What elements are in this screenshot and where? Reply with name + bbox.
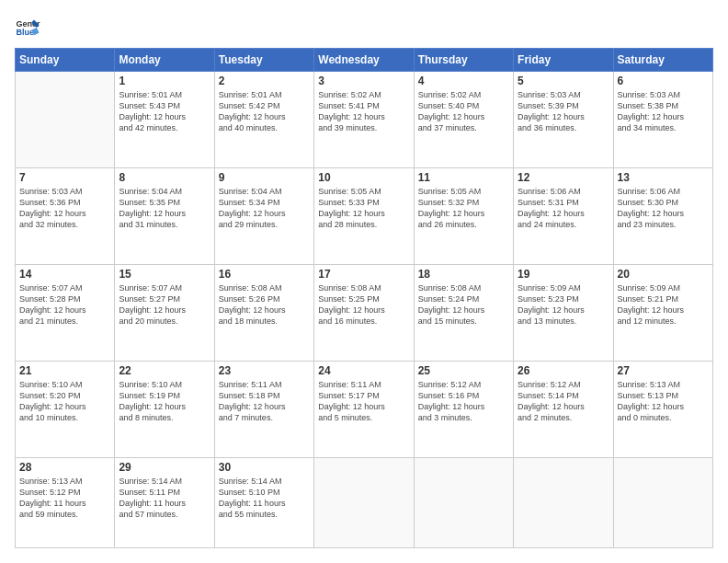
day-info: Sunrise: 5:06 AMSunset: 5:30 PMDaylight:… <box>618 186 709 231</box>
day-info: Sunrise: 5:06 AMSunset: 5:31 PMDaylight:… <box>518 186 609 231</box>
calendar-cell <box>514 457 613 547</box>
weekday-header-friday: Friday <box>514 49 613 72</box>
day-number: 26 <box>518 364 609 377</box>
day-info: Sunrise: 5:04 AMSunset: 5:35 PMDaylight:… <box>119 186 210 231</box>
calendar-week-3: 21Sunrise: 5:10 AMSunset: 5:20 PMDayligh… <box>16 361 713 457</box>
weekday-header-thursday: Thursday <box>414 49 513 72</box>
calendar-cell: 3Sunrise: 5:02 AMSunset: 5:41 PMDaylight… <box>314 72 414 168</box>
day-info: Sunrise: 5:13 AMSunset: 5:13 PMDaylight:… <box>618 379 709 424</box>
calendar-cell: 30Sunrise: 5:14 AMSunset: 5:10 PMDayligh… <box>214 457 313 547</box>
day-number: 23 <box>219 364 310 377</box>
day-info: Sunrise: 5:01 AMSunset: 5:42 PMDaylight:… <box>219 89 310 134</box>
day-number: 25 <box>418 364 509 377</box>
day-number: 12 <box>518 171 609 184</box>
svg-text:Blue: Blue <box>16 28 34 37</box>
day-number: 19 <box>518 268 609 281</box>
day-info: Sunrise: 5:05 AMSunset: 5:32 PMDaylight:… <box>418 186 509 231</box>
day-info: Sunrise: 5:08 AMSunset: 5:24 PMDaylight:… <box>418 282 509 327</box>
day-info: Sunrise: 5:10 AMSunset: 5:20 PMDaylight:… <box>19 379 110 424</box>
logo-icon: General Blue <box>15 15 40 40</box>
weekday-header-saturday: Saturday <box>613 49 712 72</box>
day-info: Sunrise: 5:13 AMSunset: 5:12 PMDaylight:… <box>19 476 110 521</box>
day-number: 30 <box>219 461 310 474</box>
calendar-cell: 22Sunrise: 5:10 AMSunset: 5:19 PMDayligh… <box>115 361 214 457</box>
day-info: Sunrise: 5:08 AMSunset: 5:26 PMDaylight:… <box>219 282 310 327</box>
day-info: Sunrise: 5:12 AMSunset: 5:14 PMDaylight:… <box>518 379 609 424</box>
calendar-week-0: 1Sunrise: 5:01 AMSunset: 5:43 PMDaylight… <box>16 72 713 168</box>
day-info: Sunrise: 5:04 AMSunset: 5:34 PMDaylight:… <box>219 186 310 231</box>
day-number: 27 <box>618 364 709 377</box>
day-info: Sunrise: 5:14 AMSunset: 5:11 PMDaylight:… <box>119 476 210 521</box>
calendar-cell: 21Sunrise: 5:10 AMSunset: 5:20 PMDayligh… <box>16 361 115 457</box>
day-number: 28 <box>19 461 110 474</box>
page-header: General Blue <box>15 15 713 40</box>
day-info: Sunrise: 5:03 AMSunset: 5:38 PMDaylight:… <box>618 89 709 134</box>
day-number: 3 <box>318 75 409 87</box>
calendar-cell: 11Sunrise: 5:05 AMSunset: 5:32 PMDayligh… <box>414 167 513 264</box>
day-number: 15 <box>119 268 210 281</box>
day-number: 24 <box>318 364 409 377</box>
day-info: Sunrise: 5:09 AMSunset: 5:23 PMDaylight:… <box>518 282 609 327</box>
calendar-cell: 14Sunrise: 5:07 AMSunset: 5:28 PMDayligh… <box>16 264 115 361</box>
calendar-cell <box>314 457 414 547</box>
calendar-cell: 15Sunrise: 5:07 AMSunset: 5:27 PMDayligh… <box>115 264 214 361</box>
day-info: Sunrise: 5:02 AMSunset: 5:41 PMDaylight:… <box>318 89 409 134</box>
calendar-week-4: 28Sunrise: 5:13 AMSunset: 5:12 PMDayligh… <box>16 457 713 547</box>
day-number: 2 <box>219 75 310 87</box>
day-info: Sunrise: 5:11 AMSunset: 5:18 PMDaylight:… <box>219 379 310 424</box>
calendar-cell: 10Sunrise: 5:05 AMSunset: 5:33 PMDayligh… <box>314 167 414 264</box>
calendar-cell: 25Sunrise: 5:12 AMSunset: 5:16 PMDayligh… <box>414 361 513 457</box>
calendar-cell: 13Sunrise: 5:06 AMSunset: 5:30 PMDayligh… <box>613 167 712 264</box>
day-number: 1 <box>119 75 210 87</box>
day-number: 7 <box>19 171 110 184</box>
calendar-cell: 2Sunrise: 5:01 AMSunset: 5:42 PMDaylight… <box>214 72 313 168</box>
calendar-cell: 17Sunrise: 5:08 AMSunset: 5:25 PMDayligh… <box>314 264 414 361</box>
day-info: Sunrise: 5:05 AMSunset: 5:33 PMDaylight:… <box>318 186 409 231</box>
calendar-cell <box>16 72 115 168</box>
day-number: 9 <box>219 171 310 184</box>
weekday-header-tuesday: Tuesday <box>214 49 313 72</box>
calendar-week-1: 7Sunrise: 5:03 AMSunset: 5:36 PMDaylight… <box>16 167 713 264</box>
weekday-header-monday: Monday <box>115 49 214 72</box>
calendar-cell: 16Sunrise: 5:08 AMSunset: 5:26 PMDayligh… <box>214 264 313 361</box>
calendar-cell: 18Sunrise: 5:08 AMSunset: 5:24 PMDayligh… <box>414 264 513 361</box>
day-info: Sunrise: 5:11 AMSunset: 5:17 PMDaylight:… <box>318 379 409 424</box>
day-number: 20 <box>618 268 709 281</box>
calendar-cell: 8Sunrise: 5:04 AMSunset: 5:35 PMDaylight… <box>115 167 214 264</box>
calendar-cell: 27Sunrise: 5:13 AMSunset: 5:13 PMDayligh… <box>613 361 712 457</box>
day-number: 29 <box>119 461 210 474</box>
calendar-cell: 24Sunrise: 5:11 AMSunset: 5:17 PMDayligh… <box>314 361 414 457</box>
day-number: 6 <box>618 75 709 87</box>
day-info: Sunrise: 5:14 AMSunset: 5:10 PMDaylight:… <box>219 476 310 521</box>
day-info: Sunrise: 5:09 AMSunset: 5:21 PMDaylight:… <box>618 282 709 327</box>
day-info: Sunrise: 5:10 AMSunset: 5:19 PMDaylight:… <box>119 379 210 424</box>
calendar-cell: 23Sunrise: 5:11 AMSunset: 5:18 PMDayligh… <box>214 361 313 457</box>
calendar-cell: 1Sunrise: 5:01 AMSunset: 5:43 PMDaylight… <box>115 72 214 168</box>
calendar-cell: 29Sunrise: 5:14 AMSunset: 5:11 PMDayligh… <box>115 457 214 547</box>
calendar-cell: 6Sunrise: 5:03 AMSunset: 5:38 PMDaylight… <box>613 72 712 168</box>
calendar-cell: 4Sunrise: 5:02 AMSunset: 5:40 PMDaylight… <box>414 72 513 168</box>
calendar-cell: 5Sunrise: 5:03 AMSunset: 5:39 PMDaylight… <box>514 72 613 168</box>
day-number: 18 <box>418 268 509 281</box>
calendar-cell: 19Sunrise: 5:09 AMSunset: 5:23 PMDayligh… <box>514 264 613 361</box>
calendar-cell: 9Sunrise: 5:04 AMSunset: 5:34 PMDaylight… <box>214 167 313 264</box>
day-number: 14 <box>19 268 110 281</box>
day-number: 4 <box>418 75 509 87</box>
day-number: 11 <box>418 171 509 184</box>
day-info: Sunrise: 5:02 AMSunset: 5:40 PMDaylight:… <box>418 89 509 134</box>
day-number: 5 <box>518 75 609 87</box>
day-info: Sunrise: 5:01 AMSunset: 5:43 PMDaylight:… <box>119 89 210 134</box>
day-number: 22 <box>119 364 210 377</box>
calendar-body: 1Sunrise: 5:01 AMSunset: 5:43 PMDaylight… <box>16 72 713 548</box>
day-info: Sunrise: 5:08 AMSunset: 5:25 PMDaylight:… <box>318 282 409 327</box>
weekday-header-row: SundayMondayTuesdayWednesdayThursdayFrid… <box>16 49 713 72</box>
weekday-header-sunday: Sunday <box>16 49 115 72</box>
calendar-cell: 28Sunrise: 5:13 AMSunset: 5:12 PMDayligh… <box>16 457 115 547</box>
day-info: Sunrise: 5:07 AMSunset: 5:28 PMDaylight:… <box>19 282 110 327</box>
day-number: 8 <box>119 171 210 184</box>
day-number: 10 <box>318 171 409 184</box>
day-info: Sunrise: 5:07 AMSunset: 5:27 PMDaylight:… <box>119 282 210 327</box>
day-number: 17 <box>318 268 409 281</box>
logo: General Blue <box>15 15 40 40</box>
day-number: 16 <box>219 268 310 281</box>
